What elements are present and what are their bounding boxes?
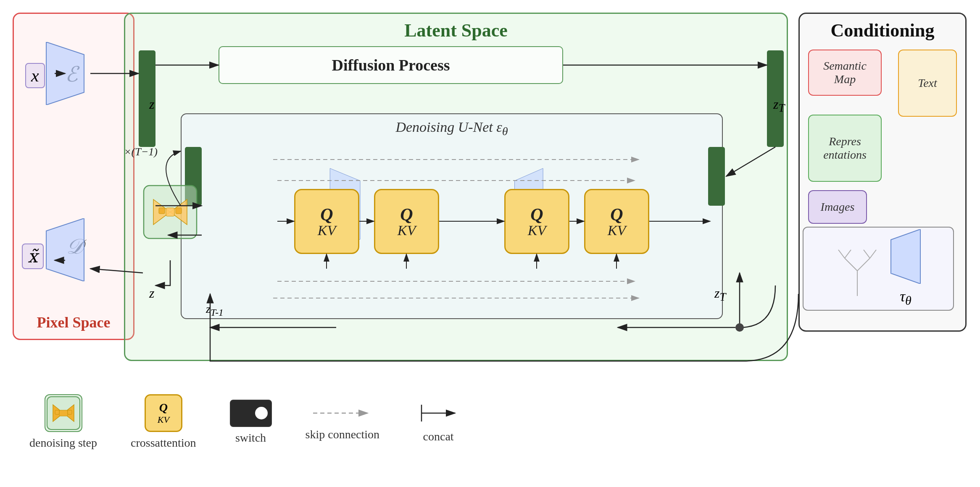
z-label-bottom: z xyxy=(149,285,154,301)
latent-space-label: Latent Space xyxy=(125,20,787,41)
tree-icon xyxy=(832,237,883,300)
legend-concat: concat xyxy=(413,401,464,443)
svg-rect-8 xyxy=(159,208,165,214)
legend-crossattn-q: Q xyxy=(159,401,168,414)
attn-q-4: Q xyxy=(610,206,623,223)
attn-kv-3: KV xyxy=(528,223,546,238)
encoder-trapezoid xyxy=(42,42,88,105)
svg-line-15 xyxy=(864,250,870,258)
cond-images: Images xyxy=(808,190,867,224)
legend-switch-toggle xyxy=(255,407,268,419)
attn-block-1: Q KV xyxy=(294,189,359,254)
attn-block-2: Q KV xyxy=(374,189,439,254)
svg-rect-51 xyxy=(55,410,59,414)
z-label-top: z xyxy=(149,97,154,112)
diffusion-process-box: Diffusion Process xyxy=(219,46,563,84)
tau-trapezoid xyxy=(887,229,925,284)
zt1-label: zT-1 xyxy=(206,302,224,318)
pixel-space-label: Pixel Space xyxy=(14,314,133,331)
latent-rect-zt-mid xyxy=(708,147,725,206)
legend-crossattn-icon: Q KV xyxy=(145,394,182,432)
svg-line-11 xyxy=(845,258,857,271)
unet-label: Denoising U-Net εθ xyxy=(182,119,722,138)
legend-denoising-icon xyxy=(45,394,82,432)
attn-kv-2: KV xyxy=(398,223,416,238)
legend: denoising step Q KV crossattention switc… xyxy=(13,374,937,470)
legend-concat-label: concat xyxy=(423,430,454,443)
tau-label: τθ xyxy=(887,288,925,308)
legend-skip-label: skip connection xyxy=(306,428,380,441)
cond-images-label: Images xyxy=(821,200,855,214)
svg-line-16 xyxy=(870,250,876,258)
svg-line-13 xyxy=(838,250,845,258)
attn-block-3: Q KV xyxy=(504,189,569,254)
cond-repr: Representations xyxy=(808,115,882,182)
cond-text-box: Text xyxy=(898,50,957,117)
attn-block-4: Q KV xyxy=(584,189,649,254)
tau-box: τθ xyxy=(803,227,954,311)
diffusion-process-label: Diffusion Process xyxy=(332,56,450,74)
x-tilde-label: x̃ xyxy=(22,244,44,269)
attn-q-1: Q xyxy=(320,206,333,223)
legend-skip-icon xyxy=(309,403,376,424)
cond-semantic-label: SemanticMap xyxy=(823,59,867,86)
legend-concat-icon xyxy=(413,401,464,426)
svg-rect-50 xyxy=(59,410,68,416)
zt-label-top: zT xyxy=(773,97,785,115)
attn-kv-4: KV xyxy=(608,223,626,238)
legend-crossattn-kv: KV xyxy=(158,414,169,425)
legend-crossattn-label: crossattention xyxy=(131,436,196,450)
cond-text-label: Text xyxy=(918,76,937,90)
cond-repr-label: Representations xyxy=(823,135,867,162)
conditioning-label: Conditioning xyxy=(800,20,965,41)
attn-kv-1: KV xyxy=(318,223,336,238)
legend-switch-icon xyxy=(230,400,272,427)
svg-marker-3 xyxy=(46,218,84,281)
svg-marker-2 xyxy=(46,42,84,105)
legend-denoising-label: denoising step xyxy=(29,436,97,450)
svg-rect-7 xyxy=(166,208,174,216)
denoising-step-main-icon xyxy=(143,185,198,239)
legend-switch: switch xyxy=(230,400,272,445)
denoising-icon-svg xyxy=(47,396,80,430)
legend-switch-label: switch xyxy=(235,431,266,445)
svg-line-12 xyxy=(857,258,870,271)
legend-crossattn: Q KV crossattention xyxy=(131,394,196,450)
attn-q-2: Q xyxy=(400,206,413,223)
cond-semantic: SemanticMap xyxy=(808,50,882,96)
legend-denoising: denoising step xyxy=(29,394,97,450)
svg-rect-52 xyxy=(68,410,72,414)
legend-skip: skip connection xyxy=(306,403,380,441)
zt-label-bottom: zT xyxy=(714,285,726,304)
decoder-trapezoid xyxy=(42,218,88,281)
svg-marker-17 xyxy=(891,229,920,284)
svg-line-14 xyxy=(845,250,851,258)
diagram-container: Pixel Space Latent Space Diffusion Proce… xyxy=(0,0,980,487)
attn-q-3: Q xyxy=(530,206,543,223)
svg-rect-9 xyxy=(176,208,182,214)
